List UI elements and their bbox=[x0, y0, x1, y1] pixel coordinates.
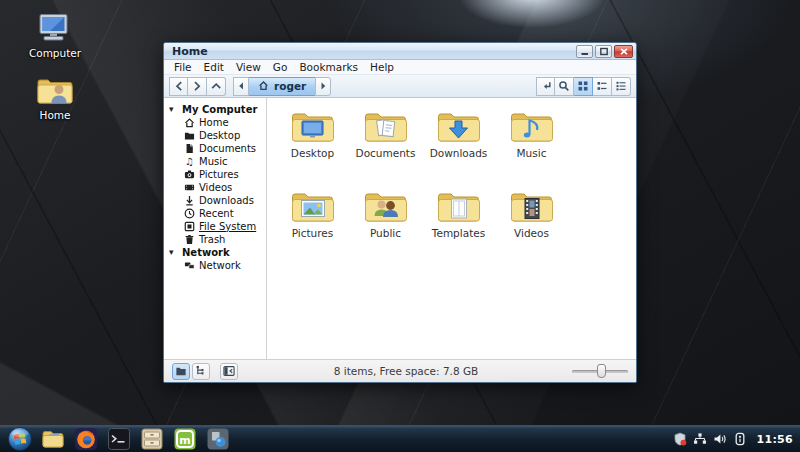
sidebar-item-recent[interactable]: Recent bbox=[164, 207, 266, 220]
close-icon bbox=[619, 47, 629, 56]
forward-button[interactable] bbox=[188, 77, 207, 96]
folder-templates[interactable]: Templates bbox=[422, 184, 495, 264]
forward-icon bbox=[191, 77, 203, 96]
pictures-icon bbox=[184, 169, 195, 180]
system-tray: 11:56 bbox=[673, 432, 793, 446]
files-icon bbox=[41, 427, 65, 451]
tray-volume[interactable] bbox=[713, 432, 727, 446]
search-button[interactable] bbox=[555, 77, 574, 96]
icon-view-icon bbox=[577, 77, 589, 96]
mint-icon: m bbox=[173, 427, 197, 451]
taskbar-mint-welcome[interactable]: m bbox=[172, 427, 198, 452]
folder-public[interactable]: Public bbox=[349, 184, 422, 264]
expander-icon[interactable]: ▾ bbox=[169, 248, 178, 257]
svg-text:♫: ♫ bbox=[185, 156, 194, 167]
update-shield-icon bbox=[673, 432, 687, 446]
maximize-button[interactable] bbox=[595, 45, 612, 58]
sidebar: ▾ My Computer Home Desktop bbox=[164, 98, 267, 359]
breadcrumb-prev-button[interactable] bbox=[233, 77, 249, 96]
home-icon bbox=[258, 80, 270, 92]
tray-update-manager[interactable] bbox=[673, 432, 687, 446]
sidebar-item-music[interactable]: ♫ Music bbox=[164, 155, 266, 168]
tray-report[interactable] bbox=[733, 432, 747, 446]
sidebar-item-videos[interactable]: Videos bbox=[164, 181, 266, 194]
templates-icon bbox=[435, 188, 483, 226]
sidebar-item-file-system[interactable]: File System bbox=[164, 220, 266, 233]
folder-grid: Desktop Documents Downloads Music bbox=[267, 98, 636, 359]
show-places-toggle[interactable] bbox=[172, 363, 190, 380]
svg-text:m: m bbox=[179, 434, 190, 447]
filesystem-icon bbox=[184, 221, 195, 232]
toggle-location-entry-button[interactable] bbox=[536, 77, 555, 96]
breadcrumb-next-button[interactable] bbox=[315, 77, 331, 96]
taskbar-file-cabinet[interactable] bbox=[139, 427, 165, 452]
package-icon bbox=[206, 427, 230, 451]
list-view-button[interactable] bbox=[612, 77, 631, 96]
sidebar-item-desktop[interactable]: Desktop bbox=[164, 129, 266, 142]
folder-pictures[interactable]: Pictures bbox=[276, 184, 349, 264]
sidebar-item-my-computer[interactable]: ▾ My Computer bbox=[164, 103, 266, 116]
zoom-slider-thumb[interactable] bbox=[597, 364, 606, 378]
start-button[interactable] bbox=[7, 427, 33, 452]
desktop-icon-home[interactable]: Home bbox=[24, 74, 86, 121]
recent-icon bbox=[184, 208, 195, 219]
zoom-slider[interactable] bbox=[572, 364, 628, 378]
menu-item-file[interactable]: File bbox=[168, 62, 198, 73]
folder-desktop[interactable]: Desktop bbox=[276, 104, 349, 184]
network-tray-icon bbox=[693, 432, 707, 446]
desktop-icon bbox=[184, 130, 195, 141]
breadcrumb-current-label: roger bbox=[274, 80, 306, 92]
sidebar-item-trash[interactable]: Trash bbox=[164, 233, 266, 246]
breadcrumb: roger bbox=[233, 77, 331, 96]
hide-sidebar-button[interactable] bbox=[220, 363, 238, 380]
sidebar-item-pictures[interactable]: Pictures bbox=[164, 168, 266, 181]
menu-item-view[interactable]: View bbox=[230, 62, 267, 73]
folder-documents[interactable]: Documents bbox=[349, 104, 422, 184]
taskbar: m 11:56 bbox=[0, 425, 800, 452]
folder-music[interactable]: Music bbox=[495, 104, 568, 184]
up-button[interactable] bbox=[207, 77, 226, 96]
sidebar-item-downloads[interactable]: Downloads bbox=[164, 194, 266, 207]
compact-view-button[interactable] bbox=[593, 77, 612, 96]
sidebar-item-network[interactable]: Network bbox=[164, 259, 266, 272]
icon-view-button[interactable] bbox=[574, 77, 593, 96]
taskbar-terminal[interactable] bbox=[106, 427, 132, 452]
desktop-icon-computer[interactable]: Computer bbox=[24, 12, 86, 59]
sidebar-item-home[interactable]: Home bbox=[164, 116, 266, 129]
sidebar-item-network[interactable]: ▾ Network bbox=[164, 246, 266, 259]
downloads-icon bbox=[184, 195, 195, 206]
show-treeview-toggle[interactable] bbox=[192, 363, 210, 380]
videos-icon bbox=[508, 188, 556, 226]
folder-videos[interactable]: Videos bbox=[495, 184, 568, 264]
computer-icon bbox=[35, 12, 75, 46]
sidebar-item-documents[interactable]: Documents bbox=[164, 142, 266, 155]
back-button[interactable] bbox=[169, 77, 188, 96]
menu-item-bookmarks[interactable]: Bookmarks bbox=[293, 62, 364, 73]
taskbar-firefox[interactable] bbox=[73, 427, 99, 452]
public-icon bbox=[362, 188, 410, 226]
minimize-button[interactable] bbox=[576, 45, 593, 58]
documents-icon bbox=[362, 108, 410, 146]
close-button[interactable] bbox=[614, 45, 633, 58]
folder-downloads[interactable]: Downloads bbox=[422, 104, 495, 184]
hide-sidebar-icon bbox=[223, 365, 235, 377]
videos-icon bbox=[184, 182, 195, 193]
music-icon: ♫ bbox=[184, 156, 195, 167]
menu-item-go[interactable]: Go bbox=[267, 62, 294, 73]
menu-item-help[interactable]: Help bbox=[364, 62, 400, 73]
taskbar-file-manager[interactable] bbox=[40, 427, 66, 452]
search-icon bbox=[558, 77, 570, 96]
titlebar[interactable]: Home bbox=[164, 43, 636, 60]
menu-item-edit[interactable]: Edit bbox=[198, 62, 230, 73]
breadcrumb-current-button[interactable]: roger bbox=[249, 77, 315, 96]
minimize-icon bbox=[580, 47, 590, 56]
toolbar: roger bbox=[164, 75, 636, 98]
tray-network[interactable] bbox=[693, 432, 707, 446]
taskbar-clock[interactable]: 11:56 bbox=[756, 433, 793, 446]
taskbar-software-manager[interactable] bbox=[205, 427, 231, 452]
treeview-icon bbox=[195, 365, 207, 377]
home-icon bbox=[184, 117, 195, 128]
chevron-right-icon bbox=[317, 80, 329, 92]
expander-icon[interactable]: ▾ bbox=[169, 105, 178, 114]
location-entry-icon bbox=[540, 77, 552, 96]
